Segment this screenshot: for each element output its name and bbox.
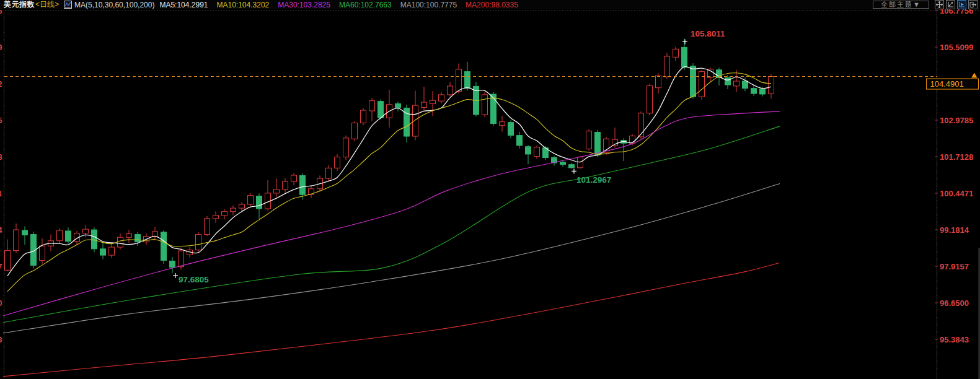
candle-body (161, 232, 167, 261)
candle-body (83, 229, 89, 233)
minor-tick-dot (937, 200, 938, 201)
candle-up[interactable] (699, 70, 705, 100)
candle-up[interactable] (413, 90, 418, 140)
candle-up[interactable] (152, 227, 158, 240)
candle-up[interactable] (612, 128, 618, 148)
candle-up[interactable] (231, 206, 236, 216)
candle-up[interactable] (664, 53, 670, 79)
candle-down[interactable] (170, 257, 175, 273)
minor-tick-dot (937, 207, 938, 209)
period-label[interactable]: <日线> (35, 0, 59, 10)
minor-tick-dot (937, 258, 938, 259)
candle-body (647, 85, 653, 113)
candle-body (395, 103, 401, 107)
minor-tick-dot (937, 244, 938, 245)
candle-up[interactable] (335, 154, 340, 171)
candle-down[interactable] (682, 38, 687, 69)
ma-values-group: MA5:104.2991MA10:104.3202MA30:103.2825MA… (159, 1, 526, 9)
candle-up[interactable] (586, 129, 592, 150)
candle-down[interactable] (517, 132, 523, 149)
candle-down[interactable] (526, 145, 531, 164)
minor-tick-dot (4, 331, 5, 333)
candle-up[interactable] (448, 82, 453, 96)
candle-up[interactable] (673, 47, 679, 61)
candle-up[interactable] (430, 91, 436, 116)
candle-up[interactable] (456, 64, 462, 94)
pan-right-icon[interactable] (968, 0, 978, 9)
candle-down[interactable] (508, 120, 514, 138)
candle-up[interactable] (534, 146, 540, 159)
candle-body (14, 230, 19, 251)
candle-body (378, 102, 384, 118)
candle-up[interactable] (343, 136, 349, 160)
minor-tick-dot (937, 346, 938, 347)
candle-up[interactable] (213, 211, 219, 223)
candle-down[interactable] (404, 105, 410, 143)
current-price-value: 104.4901 (930, 79, 964, 89)
candle-up[interactable] (205, 216, 210, 237)
auto-scroll-icon[interactable] (957, 0, 966, 9)
candle-up[interactable] (248, 193, 254, 207)
candle-up[interactable] (109, 243, 115, 258)
candle-up[interactable] (57, 228, 63, 243)
candle-up[interactable] (647, 84, 653, 115)
minor-tick-dot (937, 288, 938, 289)
minor-tick-dot (937, 178, 938, 180)
candle-up[interactable] (222, 209, 227, 220)
candle-down[interactable] (161, 230, 167, 264)
candle-up[interactable] (48, 235, 54, 251)
minor-tick-dot (4, 361, 5, 362)
candle-body (578, 157, 583, 168)
candle-up[interactable] (361, 108, 366, 125)
candle-down[interactable] (100, 243, 106, 259)
candle-up[interactable] (769, 74, 774, 98)
ma-config-label: MA(5,10,30,60,100,200) (74, 1, 154, 9)
ma-value-label: MA5:104.2991 (159, 1, 208, 9)
candle-up[interactable] (439, 92, 444, 104)
candle-up[interactable] (500, 116, 505, 131)
candle-down[interactable] (751, 85, 757, 96)
candle-down[interactable] (725, 75, 731, 89)
axis-range-icon[interactable] (946, 0, 955, 9)
minor-tick-dot (4, 54, 5, 55)
candle-down[interactable] (474, 82, 479, 116)
candle-up[interactable] (14, 224, 19, 253)
candle-up[interactable] (274, 178, 280, 197)
candle-down[interactable] (569, 163, 575, 168)
candle-down[interactable] (66, 227, 71, 243)
candle-body (430, 100, 436, 103)
candlestick-chart[interactable]: 106.7756105.5099102.9785101.7128100.4471… (0, 0, 980, 379)
candle-down[interactable] (395, 102, 401, 111)
candle-up[interactable] (638, 111, 644, 139)
candle-up[interactable] (265, 180, 271, 211)
candle-up[interactable] (604, 137, 609, 155)
candle-up[interactable] (387, 90, 392, 128)
theme-dropdown[interactable]: 全部主题▼ (873, 1, 929, 9)
candle-up[interactable] (283, 178, 288, 193)
candle-up[interactable] (40, 238, 45, 264)
minor-tick-dot (937, 163, 938, 165)
line-chart-icon[interactable] (64, 1, 72, 9)
candle-up[interactable] (369, 98, 375, 121)
candle-up[interactable] (352, 121, 358, 141)
candle-body (586, 131, 592, 149)
candle-up[interactable] (5, 239, 11, 271)
minor-tick-dot (4, 112, 5, 113)
move-icon[interactable] (935, 0, 944, 9)
minor-tick-dot (937, 185, 938, 186)
candle-up[interactable] (126, 230, 132, 243)
candle-body (300, 175, 306, 194)
minor-tick-dot (4, 200, 5, 201)
candle-down[interactable] (552, 156, 557, 166)
minor-tick-dot (937, 171, 938, 172)
candle-up[interactable] (326, 165, 332, 181)
candle-down[interactable] (22, 226, 28, 245)
candle-up[interactable] (196, 232, 201, 252)
candle-up[interactable] (422, 87, 427, 111)
candle-up[interactable] (309, 185, 314, 198)
ma-line-MA60 (3, 126, 780, 323)
candle-up[interactable] (482, 92, 488, 118)
candle-down[interactable] (491, 92, 497, 126)
minor-tick-dot (937, 273, 938, 274)
candle-up[interactable] (291, 173, 297, 186)
